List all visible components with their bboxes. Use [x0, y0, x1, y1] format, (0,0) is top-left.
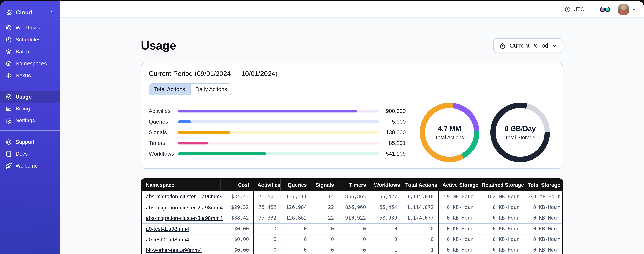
table-cell: 0 KB-Hour: [478, 223, 524, 234]
sidebar-item-schedules[interactable]: Schedules: [0, 34, 60, 46]
bar-value: 85,201: [379, 140, 406, 146]
namespaces-icon: [5, 60, 12, 67]
brand-label: Cloud: [16, 9, 32, 16]
bar-fill: [178, 110, 357, 112]
welcome-icon: [5, 162, 12, 169]
batch-icon: [5, 48, 12, 55]
sidebar-item-batch[interactable]: Batch: [0, 46, 60, 58]
nexus-icon: [5, 72, 12, 78]
bar-label: Timers: [149, 140, 178, 146]
namespace-link[interactable]: abs-migration-cluster-1.a98mm4: [146, 194, 223, 200]
table-cell: 0: [311, 234, 338, 245]
usage-bar-chart: Activities900,000Queries5,000Signals130,…: [149, 106, 406, 159]
sidebar-item-support[interactable]: Support: [0, 136, 60, 148]
app-window: Cloud WorkflowsSchedulesBatchNamespacesN…: [0, 1, 644, 254]
tab-daily-actions[interactable]: Daily Actions: [190, 84, 232, 95]
donut-value: 4.7 MM: [438, 125, 461, 133]
table-cell: 14: [311, 191, 338, 202]
bar-row: Workflows541,109: [149, 148, 406, 159]
docs-icon: [5, 150, 12, 157]
donut-chart: 0 GB/DayTotal Storage: [490, 103, 550, 162]
table-cell: 55,427: [370, 191, 401, 202]
table-cell: 0: [254, 223, 280, 234]
sidebar-item-label: Billing: [16, 106, 30, 112]
column-header: Activities: [254, 179, 280, 191]
table-cell: 1,115,018: [401, 191, 438, 202]
table-cell: 59 MB-Hour: [438, 191, 478, 202]
table-cell: 127,211: [280, 191, 311, 202]
sidebar-divider: [0, 130, 60, 130]
sidebar-item-label: Welcome: [16, 162, 38, 169]
sidebar: Cloud WorkflowsSchedulesBatchNamespacesN…: [0, 1, 60, 254]
billing-icon: [5, 106, 12, 112]
column-header: Queries: [280, 179, 311, 191]
table-cell: 0 KB-Hour: [524, 234, 563, 245]
labs-toggle-button[interactable]: [600, 6, 610, 12]
bar-row: Queries5,000: [149, 116, 406, 127]
period-selector-button[interactable]: Current Period: [493, 38, 563, 53]
sidebar-header: Cloud: [0, 6, 60, 18]
namespace-link[interactable]: bk-worker-test.a98mm4: [146, 247, 202, 253]
namespace-link[interactable]: abs-migration-cluster-3.a98mm4: [146, 215, 223, 221]
namespace-cell: a0-test-1.a98mm4: [142, 223, 220, 234]
bar-fill: [178, 152, 266, 155]
sidebar-item-label: Nexus: [16, 72, 31, 78]
sidebar-collapse-button[interactable]: [48, 9, 55, 16]
table-cell: 0 KB-Hour: [524, 202, 563, 213]
timezone-selector[interactable]: UTC: [564, 6, 592, 12]
table-cell: 0 KB-Hour: [438, 212, 478, 223]
card-heading: Current Period (09/01/2024 — 10/01/2024): [149, 70, 555, 78]
table-row: abs-migration-cluster-1.a98mm4$34.4275,5…: [142, 191, 563, 202]
bar-label: Workflows: [149, 150, 178, 157]
bar-row: Timers85,201: [149, 138, 406, 148]
table-cell: 0: [401, 234, 438, 245]
table-cell: 0: [254, 244, 280, 254]
timezone-label: UTC: [574, 6, 584, 12]
avatar: [618, 4, 629, 14]
table-cell: 1: [401, 244, 438, 254]
temporal-logo-icon: [5, 8, 13, 16]
namespace-link[interactable]: a0-test-1.a98mm4: [146, 226, 189, 232]
bar-label: Signals: [149, 129, 178, 136]
tab-total-actions[interactable]: Total Actions: [149, 84, 190, 95]
table-cell: 0: [280, 234, 311, 245]
sidebar-item-billing[interactable]: Billing: [0, 103, 60, 114]
chevron-down-icon: [587, 7, 592, 12]
namespace-link[interactable]: abs-migration-cluster-2.a98mm4: [146, 204, 223, 210]
namespace-cell: bk-worker-test.a98mm4: [142, 244, 220, 254]
glasses-icon: [600, 6, 610, 12]
workflows-icon: [5, 24, 12, 31]
table-cell: 22: [311, 212, 338, 223]
account-menu[interactable]: [618, 4, 636, 14]
table-cell: 1,174,077: [401, 212, 438, 223]
sidebar-divider: [0, 85, 60, 85]
sidebar-item-usage[interactable]: Usage: [0, 91, 60, 103]
sidebar-item-nexus[interactable]: Nexus: [0, 69, 60, 81]
content-area: Usage Current Period Current Period (09/…: [60, 18, 644, 254]
bar-label: Queries: [149, 118, 178, 125]
namespace-cell: abs-migration-cluster-1.a98mm4: [142, 191, 220, 202]
donut-center: 4.7 MMTotal Actions: [420, 103, 479, 162]
sidebar-item-settings[interactable]: Settings: [0, 114, 60, 126]
sidebar-item-namespaces[interactable]: Namespaces: [0, 58, 60, 69]
sidebar-item-label: Namespaces: [16, 60, 47, 66]
sidebar-item-workflows[interactable]: Workflows: [0, 22, 60, 34]
sidebar-item-label: Support: [16, 139, 34, 145]
table-cell: 0: [401, 223, 438, 234]
column-header: Workflows: [370, 179, 401, 191]
table-cell: 0: [338, 234, 370, 245]
table-cell: 0 KB-Hour: [478, 212, 524, 223]
table-cell: 0 KB-Hour: [524, 212, 563, 223]
bar-track: [178, 142, 379, 144]
namespace-link[interactable]: a0-test-2.a98mm4: [146, 236, 189, 242]
sidebar-item-welcome[interactable]: Welcome: [0, 160, 60, 172]
table-cell: 0 KB-Hour: [438, 234, 478, 245]
table-cell: 182 MB-Hour: [478, 191, 524, 202]
sidebar-nav: WorkflowsSchedulesBatchNamespacesNexusUs…: [0, 20, 60, 172]
schedules-icon: [5, 36, 12, 43]
usage-chart: Activities900,000Queries5,000Signals130,…: [149, 103, 555, 162]
donut-value: 0 GB/Day: [505, 125, 536, 133]
table-cell: $34.42: [220, 191, 254, 202]
sidebar-item-docs[interactable]: Docs: [0, 148, 60, 160]
sidebar-item-label: Settings: [16, 118, 35, 124]
